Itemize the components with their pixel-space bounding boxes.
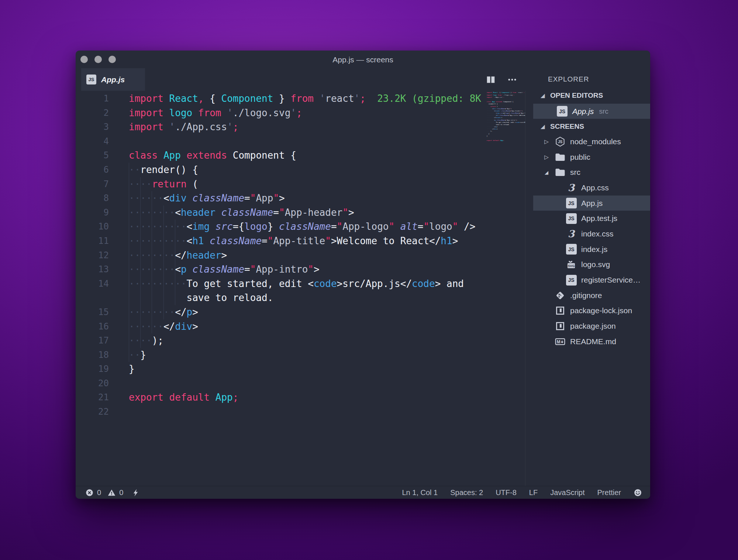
tree-item-registerservice-[interactable]: JS registerService… [533, 272, 650, 288]
code-line[interactable]: 16······</div> [76, 319, 533, 334]
code-editor[interactable]: 1import React, { Component } from 'react… [76, 91, 533, 486]
error-count[interactable]: 0 [97, 488, 101, 497]
tree-item-app-test-js[interactable]: JS App.test.js [533, 211, 650, 226]
code-line[interactable]: 6··render() { [76, 163, 533, 177]
code-line[interactable]: 11··········<h1 className="App-title">We… [76, 234, 533, 248]
status-formatter[interactable]: Prettier [597, 488, 621, 497]
svg-text:JS: JS [558, 140, 563, 144]
open-editor-item[interactable]: JS App.js src [533, 104, 650, 119]
code-line[interactable] [483, 142, 525, 144]
svg-text:3: 3 [568, 228, 576, 239]
code-lines: 1import React, { Component } from 'react… [76, 91, 533, 419]
open-editors-header[interactable]: ◢ OPEN EDITORS [533, 87, 650, 104]
svg-text:3: 3 [568, 182, 576, 193]
tree-item-app-css[interactable]: 3 App.css [533, 180, 650, 196]
tree-item-label: README.md [570, 337, 616, 346]
tree-item-label: public [570, 153, 590, 162]
code-line[interactable]: 12········</header> [76, 248, 533, 263]
tree-item-label: src [570, 168, 580, 177]
tree-item-package-lock-json[interactable]: package-lock.json [533, 303, 650, 319]
code-line[interactable]: ··········<h1 className="App-title">Welc… [483, 114, 525, 117]
minimap-divider [525, 91, 525, 486]
status-indentation[interactable]: Spaces: 2 [450, 488, 483, 497]
title-bar[interactable]: App.js — screens [76, 51, 650, 68]
minimap[interactable]: import React, { Component } from 'react'… [483, 91, 525, 156]
code-line[interactable]: 21export default App; [76, 390, 533, 405]
code-line[interactable]: 22 [76, 405, 533, 419]
code-line[interactable]: import React, { Component } from 'react'… [483, 91, 525, 94]
line-number: 8 [76, 191, 109, 205]
tree-item-public[interactable]: ▷ public [533, 149, 650, 165]
code-line[interactable]: 19} [76, 362, 533, 376]
code-line[interactable]: 7····return ( [76, 177, 533, 191]
code-line[interactable]: 13········<p className="App-intro"> [76, 262, 533, 277]
line-number: 13 [76, 262, 109, 277]
code-line[interactable]: 17····); [76, 333, 533, 348]
warning-count[interactable]: 0 [119, 488, 123, 497]
tree-item-src[interactable]: ◢ src [533, 165, 650, 180]
js-badge-icon: JS [86, 75, 96, 84]
split-editor-icon[interactable] [485, 74, 496, 85]
svg-text:M: M [557, 339, 561, 345]
tree-item-package-json[interactable]: package.json [533, 318, 650, 334]
markdown-file-icon: M [555, 336, 566, 347]
code-line[interactable]: 20 [76, 376, 533, 391]
folder-icon [555, 167, 566, 178]
file-tree: ▷JS node_modules ▷ public ◢ src 3 App.cs… [533, 134, 650, 349]
tab-label: App.js [101, 75, 125, 84]
code-line[interactable]: 14··········To get started, edit <code>s… [76, 277, 533, 291]
line-number: 5 [76, 148, 109, 163]
code-line[interactable]: 10··········<img src={logo} className="A… [76, 219, 533, 234]
open-editor-label: App.js [572, 107, 594, 116]
minimap-content: import React, { Component } from 'react'… [483, 91, 525, 144]
tree-item-index-css[interactable]: 3 index.css [533, 226, 650, 242]
line-number: 22 [76, 405, 109, 419]
tree-item-label: package.json [570, 322, 616, 331]
line-number: 10 [76, 219, 109, 234]
screens-section-header[interactable]: ◢ SCREENS [533, 119, 650, 134]
line-number: 15 [76, 305, 109, 319]
chevron-expanded-icon: ◢ [539, 93, 546, 98]
tree-item-node-modules[interactable]: ▷JS node_modules [533, 134, 650, 149]
line-number: 6 [76, 163, 109, 177]
tree-item-label: App.test.js [581, 214, 617, 223]
tree-item-index-js[interactable]: JS index.js [533, 242, 650, 257]
code-line[interactable]: 3import './App.css'; [76, 120, 533, 134]
code-line[interactable]: 9········<header className="App-header"> [76, 205, 533, 220]
tab-appjs[interactable]: JS App.js [81, 68, 145, 91]
line-number: 1 [76, 91, 109, 106]
line-number: 18 [76, 348, 109, 362]
status-language-mode[interactable]: JavaScript [550, 488, 584, 497]
feedback-smiley-icon[interactable] [634, 488, 642, 497]
code-line[interactable]: 1import React, { Component } from 'react… [76, 91, 533, 106]
tree-item-label: index.js [581, 245, 607, 254]
warning-icon[interactable] [107, 488, 116, 497]
js-file-icon: JS [566, 244, 577, 255]
js-file-icon: JS [557, 106, 568, 117]
tree-item--gitignore[interactable]: .gitignore [533, 288, 650, 303]
more-actions-icon[interactable] [507, 74, 518, 85]
screens-section-label: SCREENS [550, 122, 584, 131]
error-icon[interactable] [85, 488, 94, 497]
code-line[interactable]: 8······<div className="App"> [76, 191, 533, 205]
tree-item-app-js[interactable]: JS App.js [533, 196, 650, 211]
js-file-icon: JS [566, 275, 577, 286]
code-line[interactable]: 15········</p> [76, 305, 533, 319]
gitignore-icon [555, 290, 566, 301]
tree-item-logo-svg[interactable]: SVG logo.svg [533, 257, 650, 273]
code-line[interactable]: 18··} [76, 348, 533, 362]
code-line[interactable]: save to reload. [76, 291, 533, 305]
status-bar: 0 0 Ln 1, Col 1Spaces: 2UTF-8LFJavaScrip… [76, 486, 650, 499]
line-number: 20 [76, 376, 109, 391]
code-line[interactable]: 4 [76, 134, 533, 149]
status-cursor-position[interactable]: Ln 1, Col 1 [402, 488, 438, 497]
lightning-icon[interactable] [132, 488, 140, 497]
tree-item-label: node_modules [570, 137, 621, 146]
tree-item-readme-md[interactable]: M README.md [533, 334, 650, 349]
status-encoding[interactable]: UTF-8 [496, 488, 517, 497]
tree-item-label: package-lock.json [570, 306, 632, 315]
vscode-window: App.js — screens JS App.js 1import React… [76, 51, 650, 499]
status-eol[interactable]: LF [529, 488, 538, 497]
code-line[interactable]: 2import logo from './logo.svg'; [76, 106, 533, 120]
code-line[interactable]: 5class App extends Component { [76, 148, 533, 163]
